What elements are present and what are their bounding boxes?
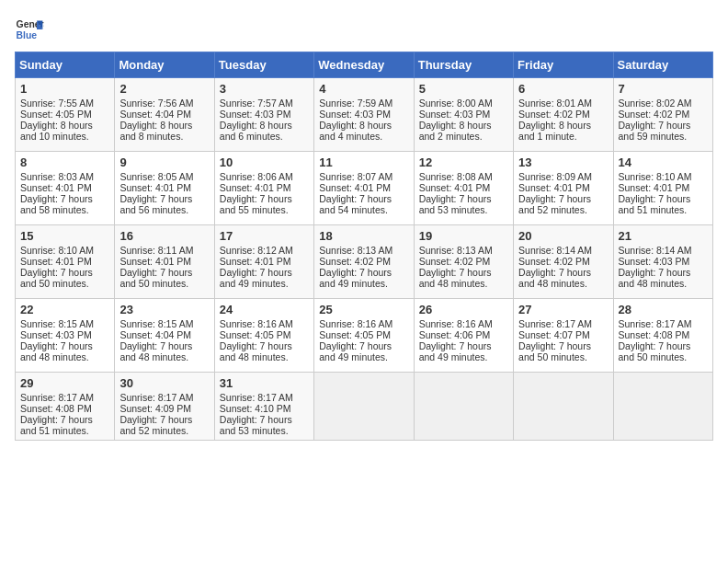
daylight-label: Daylight: 7 hours and 52 minutes.	[518, 193, 591, 215]
day-number: 21	[619, 229, 708, 243]
daylight-label: Daylight: 7 hours and 49 minutes.	[319, 340, 392, 362]
calendar-cell: 11Sunrise: 8:07 AMSunset: 4:01 PMDayligh…	[314, 152, 414, 225]
day-number: 3	[220, 82, 309, 96]
calendar-cell: 5Sunrise: 8:00 AMSunset: 4:03 PMDaylight…	[414, 78, 513, 152]
sunrise: Sunrise: 8:06 AM	[220, 171, 293, 182]
day-number: 24	[220, 303, 309, 316]
sunrise: Sunrise: 7:56 AM	[119, 98, 193, 109]
sunset: Sunset: 4:01 PM	[119, 256, 191, 267]
sunset: Sunset: 4:02 PM	[319, 256, 391, 267]
calendar-cell: 3Sunrise: 7:57 AMSunset: 4:03 PMDaylight…	[214, 78, 313, 152]
calendar-cell	[613, 373, 712, 441]
calendar-cell	[414, 373, 513, 441]
calendar-cell: 24Sunrise: 8:16 AMSunset: 4:05 PMDayligh…	[214, 299, 313, 373]
calendar-cell: 23Sunrise: 8:15 AMSunset: 4:04 PMDayligh…	[115, 299, 214, 373]
day-number: 30	[119, 376, 209, 390]
svg-text:Blue: Blue	[17, 30, 38, 40]
day-number: 5	[419, 82, 508, 96]
sunrise: Sunrise: 8:11 AM	[119, 245, 193, 256]
sunrise: Sunrise: 8:15 AM	[20, 318, 94, 329]
daylight-label: Daylight: 7 hours and 48 minutes.	[220, 340, 292, 362]
sunset: Sunset: 4:08 PM	[619, 329, 690, 340]
daylight-label: Daylight: 7 hours and 48 minutes.	[518, 267, 591, 289]
logo: General Blue	[15, 15, 44, 44]
sunrise: Sunrise: 8:12 AM	[220, 245, 293, 256]
sunset: Sunset: 4:03 PM	[419, 109, 491, 120]
col-header-sunday: Sunday	[16, 52, 115, 78]
sunrise: Sunrise: 8:10 AM	[20, 245, 94, 256]
day-number: 13	[518, 155, 608, 169]
calendar-cell: 16Sunrise: 8:11 AMSunset: 4:01 PMDayligh…	[115, 225, 214, 299]
sunset: Sunset: 4:04 PM	[119, 329, 191, 340]
day-number: 22	[20, 303, 109, 316]
sunset: Sunset: 4:06 PM	[419, 329, 491, 340]
col-header-tuesday: Tuesday	[214, 52, 313, 78]
sunset: Sunset: 4:04 PM	[119, 109, 191, 120]
calendar-cell: 28Sunrise: 8:17 AMSunset: 4:08 PMDayligh…	[613, 299, 712, 373]
sunrise: Sunrise: 8:05 AM	[119, 171, 193, 182]
sunset: Sunset: 4:05 PM	[319, 329, 391, 340]
day-number: 7	[619, 82, 708, 96]
sunset: Sunset: 4:01 PM	[220, 182, 291, 193]
calendar-cell: 17Sunrise: 8:12 AMSunset: 4:01 PMDayligh…	[214, 225, 313, 299]
sunrise: Sunrise: 8:17 AM	[518, 318, 592, 329]
calendar-cell: 1Sunrise: 7:55 AMSunset: 4:05 PMDaylight…	[16, 78, 115, 152]
calendar-cell: 6Sunrise: 8:01 AMSunset: 4:02 PMDaylight…	[514, 78, 613, 152]
daylight-label: Daylight: 7 hours and 56 minutes.	[119, 193, 192, 215]
sunrise: Sunrise: 7:57 AM	[220, 98, 293, 109]
daylight-label: Daylight: 7 hours and 58 minutes.	[20, 193, 93, 215]
col-header-saturday: Saturday	[613, 52, 712, 78]
sunset: Sunset: 4:01 PM	[119, 182, 191, 193]
day-number: 4	[319, 82, 408, 96]
sunrise: Sunrise: 8:14 AM	[518, 245, 592, 256]
sunset: Sunset: 4:01 PM	[319, 182, 391, 193]
sunset: Sunset: 4:01 PM	[20, 182, 92, 193]
logo-icon: General Blue	[15, 15, 44, 44]
sunrise: Sunrise: 8:17 AM	[619, 318, 692, 329]
day-number: 8	[20, 155, 109, 169]
sunrise: Sunrise: 8:16 AM	[419, 318, 493, 329]
daylight-label: Daylight: 7 hours and 50 minutes.	[20, 267, 93, 289]
sunrise: Sunrise: 8:17 AM	[20, 392, 94, 403]
daylight-label: Daylight: 7 hours and 50 minutes.	[619, 340, 691, 362]
day-number: 15	[20, 229, 109, 243]
sunset: Sunset: 4:02 PM	[619, 109, 690, 120]
day-number: 16	[119, 229, 209, 243]
daylight-label: Daylight: 8 hours and 1 minute.	[518, 120, 591, 142]
calendar-cell: 30Sunrise: 8:17 AMSunset: 4:09 PMDayligh…	[115, 373, 214, 441]
calendar-table: SundayMondayTuesdayWednesdayThursdayFrid…	[15, 52, 713, 441]
daylight-label: Daylight: 7 hours and 49 minutes.	[419, 340, 492, 362]
day-number: 11	[319, 155, 408, 169]
sunset: Sunset: 4:01 PM	[518, 182, 590, 193]
day-number: 20	[518, 229, 608, 243]
day-number: 31	[220, 376, 309, 390]
col-header-thursday: Thursday	[414, 52, 513, 78]
sunset: Sunset: 4:01 PM	[619, 182, 690, 193]
daylight-label: Daylight: 7 hours and 51 minutes.	[20, 414, 93, 436]
sunset: Sunset: 4:01 PM	[220, 256, 291, 267]
calendar-cell: 10Sunrise: 8:06 AMSunset: 4:01 PMDayligh…	[214, 152, 313, 225]
day-number: 10	[220, 155, 309, 169]
daylight-label: Daylight: 7 hours and 48 minutes.	[419, 267, 492, 289]
calendar-cell	[314, 373, 414, 441]
day-number: 1	[20, 82, 109, 96]
calendar-cell: 12Sunrise: 8:08 AMSunset: 4:01 PMDayligh…	[414, 152, 513, 225]
sunrise: Sunrise: 8:07 AM	[319, 171, 392, 182]
calendar-cell	[514, 373, 613, 441]
day-number: 6	[518, 82, 608, 96]
day-number: 25	[319, 303, 408, 316]
calendar-cell: 7Sunrise: 8:02 AMSunset: 4:02 PMDaylight…	[613, 78, 712, 152]
sunrise: Sunrise: 8:13 AM	[419, 245, 493, 256]
daylight-label: Daylight: 7 hours and 51 minutes.	[619, 193, 691, 215]
sunset: Sunset: 4:09 PM	[119, 403, 191, 414]
sunset: Sunset: 4:01 PM	[20, 256, 92, 267]
daylight-label: Daylight: 7 hours and 55 minutes.	[220, 193, 292, 215]
day-number: 18	[319, 229, 408, 243]
sunrise: Sunrise: 8:00 AM	[419, 98, 493, 109]
sunset: Sunset: 4:02 PM	[518, 256, 590, 267]
daylight-label: Daylight: 7 hours and 53 minutes.	[220, 414, 292, 436]
daylight-label: Daylight: 7 hours and 53 minutes.	[419, 193, 492, 215]
calendar-cell: 20Sunrise: 8:14 AMSunset: 4:02 PMDayligh…	[514, 225, 613, 299]
day-number: 2	[119, 82, 209, 96]
calendar-cell: 29Sunrise: 8:17 AMSunset: 4:08 PMDayligh…	[16, 373, 115, 441]
